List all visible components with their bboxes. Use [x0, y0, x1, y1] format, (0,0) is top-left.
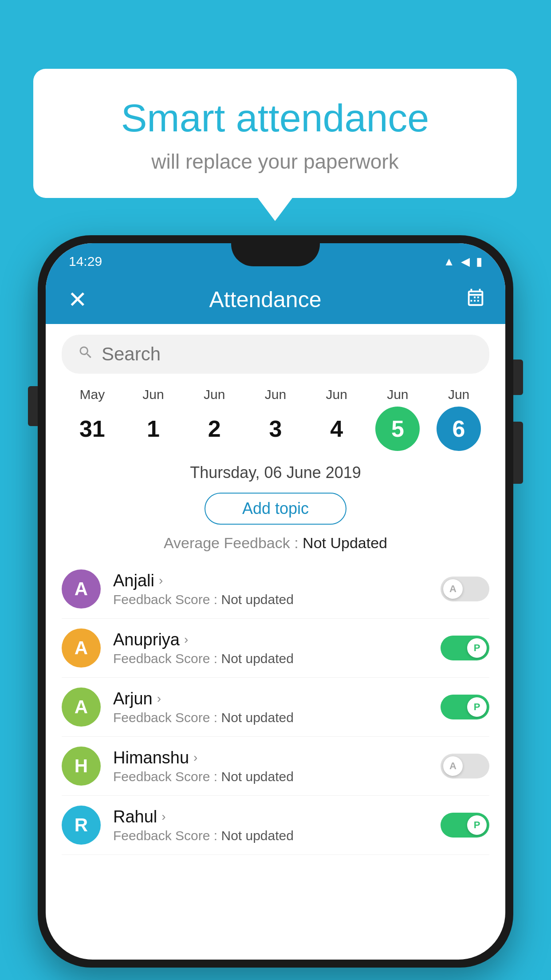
- chevron-icon: ›: [159, 573, 163, 588]
- day-month: Jun: [448, 387, 469, 402]
- day-month: Jun: [387, 387, 408, 402]
- speech-bubble-subtitle: will replace your paperwork: [69, 150, 481, 174]
- feedback-value: Not updated: [221, 592, 293, 607]
- wifi-icon: ▲: [443, 255, 455, 269]
- volume-button: [28, 386, 38, 426]
- phone-frame: 14:29 ▲ ◀ ▮ ✕ Attendance: [38, 235, 513, 968]
- toggle-container[interactable]: P: [441, 636, 489, 660]
- student-avatar: A: [62, 688, 101, 727]
- speech-bubble-container: Smart attendance will replace your paper…: [33, 69, 517, 198]
- chevron-icon: ›: [161, 810, 165, 824]
- student-list: AAnjali ›Feedback Score : Not updatedAAA…: [46, 560, 505, 855]
- student-avatar: A: [62, 628, 101, 668]
- avg-feedback-value: Not Updated: [303, 534, 387, 551]
- attendance-toggle[interactable]: P: [441, 813, 489, 838]
- student-avatar: H: [62, 747, 101, 786]
- toggle-container[interactable]: P: [441, 695, 489, 719]
- phone-notch: [231, 243, 320, 266]
- day-number: 5: [375, 407, 420, 451]
- calendar-day[interactable]: Jun1: [131, 387, 176, 451]
- attendance-toggle[interactable]: P: [441, 636, 489, 660]
- day-month: Jun: [265, 387, 286, 402]
- selected-date: Thursday, 06 June 2019: [46, 455, 505, 486]
- student-feedback: Feedback Score : Not updated: [113, 592, 428, 607]
- status-icons: ▲ ◀ ▮: [443, 255, 482, 269]
- student-info: Arjun ›Feedback Score : Not updated: [113, 689, 428, 725]
- attendance-toggle[interactable]: P: [441, 695, 489, 719]
- battery-icon: ▮: [476, 255, 482, 269]
- calendar-day[interactable]: Jun3: [253, 387, 298, 451]
- student-avatar: R: [62, 806, 101, 845]
- add-topic-button[interactable]: Add topic: [205, 493, 346, 525]
- student-info: Himanshu ›Feedback Score : Not updated: [113, 748, 428, 784]
- phone-screen: 14:29 ▲ ◀ ▮ ✕ Attendance: [46, 243, 505, 960]
- calendar-day[interactable]: Jun5: [375, 387, 420, 451]
- student-feedback: Feedback Score : Not updated: [113, 710, 428, 725]
- calendar-strip: May31Jun1Jun2Jun3Jun4Jun5Jun6: [46, 374, 505, 455]
- toggle-container[interactable]: A: [441, 754, 489, 778]
- toggle-container[interactable]: P: [441, 813, 489, 838]
- student-info: Rahul ›Feedback Score : Not updated: [113, 807, 428, 843]
- feedback-value: Not updated: [221, 651, 293, 666]
- avg-feedback: Average Feedback : Not Updated: [46, 531, 505, 560]
- day-number: 4: [315, 407, 359, 451]
- add-topic-label: Add topic: [242, 499, 309, 518]
- student-name: Arjun ›: [113, 689, 428, 708]
- student-item[interactable]: HHimanshu ›Feedback Score : Not updatedA: [62, 737, 489, 796]
- calendar-day[interactable]: Jun4: [315, 387, 359, 451]
- app-header: ✕ Attendance: [46, 275, 505, 324]
- chevron-icon: ›: [184, 632, 188, 647]
- day-month: Jun: [326, 387, 347, 402]
- day-number: 2: [192, 407, 236, 451]
- day-number: 6: [437, 407, 481, 451]
- power-button: [513, 360, 523, 395]
- calendar-day[interactable]: May31: [70, 387, 114, 451]
- student-item[interactable]: AArjun ›Feedback Score : Not updatedP: [62, 678, 489, 737]
- search-input[interactable]: [102, 344, 473, 365]
- student-name: Rahul ›: [113, 807, 428, 826]
- day-number: 1: [131, 407, 176, 451]
- day-number: 31: [70, 407, 114, 451]
- student-item[interactable]: AAnjali ›Feedback Score : Not updatedA: [62, 560, 489, 619]
- student-info: Anupriya ›Feedback Score : Not updated: [113, 630, 428, 666]
- feedback-value: Not updated: [221, 828, 293, 843]
- attendance-toggle[interactable]: A: [441, 754, 489, 778]
- volume-down-button: [513, 422, 523, 484]
- calendar-icon[interactable]: [465, 287, 486, 312]
- toggle-thumb: A: [443, 756, 463, 776]
- student-feedback: Feedback Score : Not updated: [113, 651, 428, 666]
- toggle-thumb: P: [467, 638, 487, 658]
- avg-feedback-label: Average Feedback :: [164, 534, 303, 551]
- header-title: Attendance: [65, 287, 465, 312]
- attendance-toggle[interactable]: A: [441, 577, 489, 601]
- chevron-icon: ›: [157, 692, 161, 706]
- speech-bubble: Smart attendance will replace your paper…: [33, 69, 517, 198]
- calendar-day[interactable]: Jun2: [192, 387, 236, 451]
- search-bar[interactable]: [62, 335, 489, 374]
- search-icon: [78, 344, 94, 364]
- status-time: 14:29: [69, 254, 102, 269]
- student-item[interactable]: RRahul ›Feedback Score : Not updatedP: [62, 796, 489, 855]
- speech-bubble-title: Smart attendance: [69, 95, 481, 141]
- student-name: Anupriya ›: [113, 630, 428, 649]
- day-number: 3: [253, 407, 298, 451]
- signal-icon: ◀: [461, 255, 470, 269]
- feedback-value: Not updated: [221, 769, 293, 784]
- student-feedback: Feedback Score : Not updated: [113, 769, 428, 784]
- student-item[interactable]: AAnupriya ›Feedback Score : Not updatedP: [62, 619, 489, 678]
- student-info: Anjali ›Feedback Score : Not updated: [113, 571, 428, 607]
- student-name: Anjali ›: [113, 571, 428, 590]
- student-avatar: A: [62, 569, 101, 609]
- student-feedback: Feedback Score : Not updated: [113, 828, 428, 843]
- chevron-icon: ›: [193, 751, 197, 765]
- calendar-day[interactable]: Jun6: [437, 387, 481, 451]
- toggle-thumb: P: [467, 697, 487, 717]
- toggle-thumb: P: [467, 815, 487, 835]
- toggle-container[interactable]: A: [441, 577, 489, 601]
- day-month: Jun: [142, 387, 164, 402]
- day-month: May: [80, 387, 105, 402]
- feedback-value: Not updated: [221, 710, 293, 725]
- student-name: Himanshu ›: [113, 748, 428, 767]
- day-month: Jun: [204, 387, 225, 402]
- toggle-thumb: A: [443, 579, 463, 599]
